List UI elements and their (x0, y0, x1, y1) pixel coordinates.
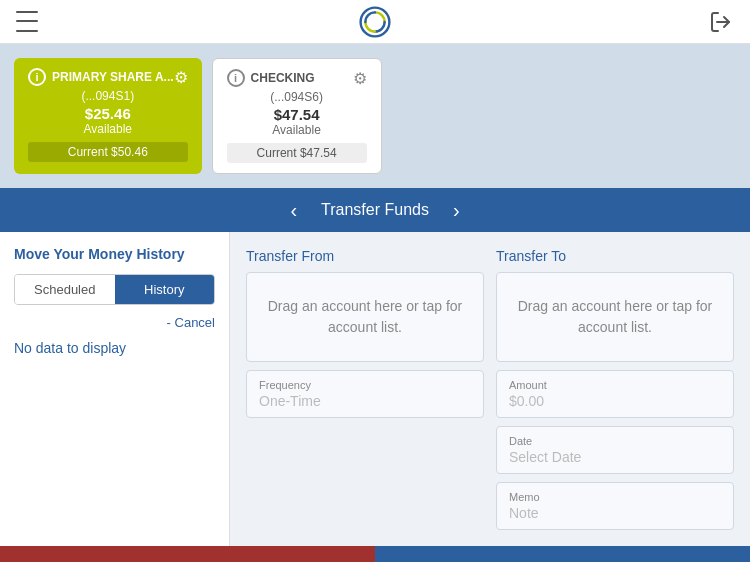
scheduled-tab-button[interactable]: Scheduled (15, 275, 115, 304)
checking-info-icon[interactable]: i (227, 69, 245, 87)
primary-balance: $25.46 (28, 105, 188, 122)
hamburger-line-1 (16, 11, 38, 13)
tab-bar: ‹ Transfer Funds › (0, 188, 750, 232)
no-data-message: No data to display (14, 340, 215, 356)
transfer-from-section: Transfer From Drag an account here or ta… (246, 248, 484, 530)
date-field[interactable]: Date Select Date (496, 426, 734, 474)
prev-tab-arrow[interactable]: ‹ (282, 199, 305, 222)
frequency-label: Frequency (259, 379, 471, 391)
transfer-from-dropzone[interactable]: Drag an account here or tap for account … (246, 272, 484, 362)
frequency-value[interactable]: One-Time (259, 393, 471, 409)
right-panel: Transfer From Drag an account here or ta… (230, 232, 750, 546)
next-tab-arrow[interactable]: › (445, 199, 468, 222)
date-label: Date (509, 435, 721, 447)
date-value[interactable]: Select Date (509, 449, 721, 465)
exit-icon[interactable] (706, 8, 734, 36)
hamburger-line-2 (16, 20, 38, 22)
checking-card[interactable]: i CHECKING ⚙ (...094S6) $47.54 Available… (212, 58, 382, 174)
primary-card-name: PRIMARY SHARE A... (52, 70, 174, 84)
checking-balance: $47.54 (227, 106, 367, 123)
primary-share-card[interactable]: i PRIMARY SHARE A... ⚙ (...094S1) $25.46… (14, 58, 202, 174)
primary-info-icon[interactable]: i (28, 68, 46, 86)
tab-title: Transfer Funds (321, 201, 429, 219)
transfer-to-label: Transfer To (496, 248, 734, 264)
frequency-field: Frequency One-Time (246, 370, 484, 418)
checking-gear-icon[interactable]: ⚙ (353, 69, 367, 88)
hamburger-menu-icon[interactable] (16, 8, 44, 36)
scheduled-history-toggle: Scheduled History (14, 274, 215, 305)
checking-card-name: CHECKING (251, 71, 315, 85)
accounts-area: i PRIMARY SHARE A... ⚙ (...094S1) $25.46… (0, 44, 750, 188)
amount-field[interactable]: Amount $0.00 (496, 370, 734, 418)
checking-account-number: (...094S6) (227, 90, 367, 104)
footer: Cancel Submit (0, 546, 750, 562)
transfer-accounts-row: Transfer From Drag an account here or ta… (246, 248, 734, 530)
cancel-link[interactable]: - Cancel (14, 315, 215, 330)
sidebar-title: Move Your Money History (14, 246, 215, 262)
memo-value[interactable]: Note (509, 505, 721, 521)
transfer-to-dropzone[interactable]: Drag an account here or tap for account … (496, 272, 734, 362)
amount-label: Amount (509, 379, 721, 391)
memo-label: Memo (509, 491, 721, 503)
app-logo (359, 6, 391, 38)
history-tab-button[interactable]: History (115, 275, 215, 304)
transfer-to-section: Transfer To Drag an account here or tap … (496, 248, 734, 530)
checking-available-label: Available (227, 123, 367, 137)
memo-field[interactable]: Memo Note (496, 482, 734, 530)
page-body: Move Your Money History Scheduled Histor… (0, 232, 750, 546)
cancel-button[interactable]: Cancel (0, 546, 375, 562)
primary-account-number: (...094S1) (28, 89, 188, 103)
amount-value[interactable]: $0.00 (509, 393, 721, 409)
hamburger-line-3 (16, 30, 38, 32)
primary-current-balance: Current $50.46 (28, 142, 188, 162)
primary-available-label: Available (28, 122, 188, 136)
submit-button[interactable]: Submit (375, 546, 750, 562)
checking-current-balance: Current $47.54 (227, 143, 367, 163)
primary-gear-icon[interactable]: ⚙ (174, 68, 188, 87)
sidebar: Move Your Money History Scheduled Histor… (0, 232, 230, 546)
transfer-from-label: Transfer From (246, 248, 484, 264)
top-nav-bar (0, 0, 750, 44)
